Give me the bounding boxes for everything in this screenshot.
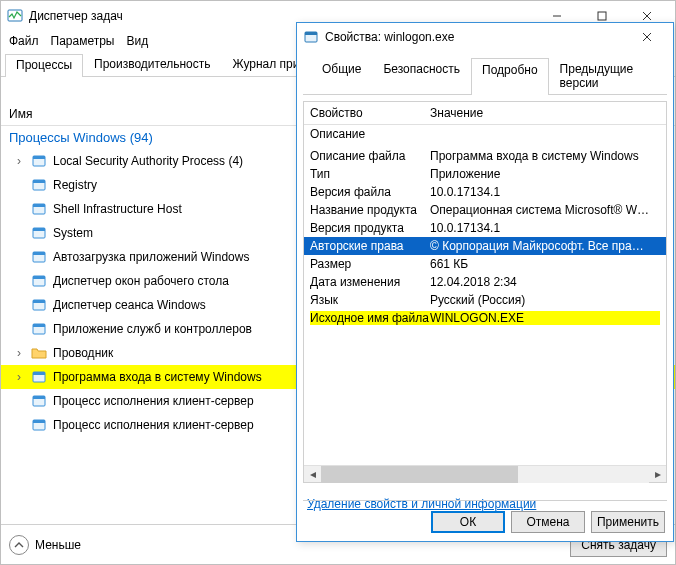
expand-chevron-icon[interactable]: › bbox=[13, 370, 25, 384]
props-tab[interactable]: Предыдущие версии bbox=[549, 57, 659, 94]
property-key: Размер bbox=[310, 257, 430, 271]
property-row[interactable]: Авторские права© Корпорация Майкрософт. … bbox=[304, 237, 666, 255]
property-value: WINLOGON.EXE bbox=[430, 311, 660, 325]
property-row[interactable]: Название продуктаОперационная система Mi… bbox=[304, 201, 666, 219]
property-key: Исходное имя файла bbox=[310, 311, 430, 325]
app-icon bbox=[31, 273, 47, 289]
app-icon bbox=[31, 225, 47, 241]
property-row[interactable]: ТипПриложение bbox=[304, 165, 666, 183]
svg-rect-16 bbox=[33, 276, 45, 279]
horizontal-scrollbar[interactable]: ◂ ▸ bbox=[304, 465, 666, 482]
property-value: Приложение bbox=[430, 167, 660, 181]
expand-chevron-icon[interactable]: › bbox=[13, 154, 25, 168]
property-key: Описание файла bbox=[310, 149, 430, 163]
property-key: Язык bbox=[310, 293, 430, 307]
property-row[interactable]: Версия файла10.0.17134.1 bbox=[304, 183, 666, 201]
app-icon bbox=[31, 201, 47, 217]
app-icon bbox=[31, 153, 47, 169]
property-value: 661 КБ bbox=[430, 257, 660, 271]
property-key: Версия файла bbox=[310, 185, 430, 199]
property-key: Дата изменения bbox=[310, 275, 430, 289]
props-tab[interactable]: Подробно bbox=[471, 58, 549, 95]
process-name: Приложение служб и контроллеров bbox=[53, 322, 252, 336]
fewer-label: Меньше bbox=[35, 538, 81, 552]
process-name: Диспетчер сеанса Windows bbox=[53, 298, 206, 312]
property-value: 10.0.17134.1 bbox=[430, 221, 660, 235]
props-titlebar[interactable]: Свойства: winlogon.exe bbox=[297, 23, 673, 51]
exe-file-icon bbox=[303, 29, 319, 45]
expand-chevron-icon[interactable]: › bbox=[13, 346, 25, 360]
property-key: Название продукта bbox=[310, 203, 430, 217]
property-key: Авторские права bbox=[310, 239, 430, 253]
tm-tab[interactable]: Производительность bbox=[83, 53, 221, 76]
property-row[interactable]: Версия продукта10.0.17134.1 bbox=[304, 219, 666, 237]
tm-title: Диспетчер задач bbox=[29, 9, 534, 23]
svg-rect-20 bbox=[33, 324, 45, 327]
svg-rect-22 bbox=[33, 372, 45, 375]
folder-icon bbox=[31, 345, 47, 361]
svg-rect-18 bbox=[33, 300, 45, 303]
props-details-panel: Свойство Значение Описание Описание файл… bbox=[303, 101, 667, 483]
svg-rect-6 bbox=[33, 156, 45, 159]
props-tab[interactable]: Общие bbox=[311, 57, 372, 94]
fewer-details-button[interactable]: Меньше bbox=[9, 535, 81, 555]
col-value: Значение bbox=[430, 106, 483, 120]
properties-dialog: Свойства: winlogon.exe ОбщиеБезопасность… bbox=[296, 22, 674, 542]
scroll-right-icon[interactable]: ▸ bbox=[649, 466, 666, 483]
app-icon bbox=[31, 177, 47, 193]
svg-rect-14 bbox=[33, 252, 45, 255]
scroll-thumb[interactable] bbox=[321, 466, 518, 483]
property-row[interactable]: Исходное имя файлаWINLOGON.EXE bbox=[304, 309, 666, 327]
property-value: Программа входа в систему Windows bbox=[430, 149, 660, 163]
app-icon bbox=[31, 417, 47, 433]
task-manager-icon bbox=[7, 8, 23, 24]
menu-file[interactable]: Файл bbox=[9, 34, 39, 48]
col-property: Свойство bbox=[310, 106, 430, 120]
chevron-up-icon bbox=[9, 535, 29, 555]
app-icon bbox=[31, 393, 47, 409]
property-key: Тип bbox=[310, 167, 430, 181]
menu-options[interactable]: Параметры bbox=[51, 34, 115, 48]
process-name: Диспетчер окон рабочего стола bbox=[53, 274, 229, 288]
property-value: Операционная система Microsoft® W… bbox=[430, 203, 660, 217]
svg-rect-24 bbox=[33, 396, 45, 399]
svg-rect-8 bbox=[33, 180, 45, 183]
process-name: Проводник bbox=[53, 346, 113, 360]
props-title: Свойства: winlogon.exe bbox=[325, 30, 627, 44]
props-buttons: ОК Отмена Применить bbox=[431, 511, 665, 533]
svg-rect-12 bbox=[33, 228, 45, 231]
app-icon bbox=[31, 369, 47, 385]
svg-rect-26 bbox=[33, 420, 45, 423]
property-value: 10.0.17134.1 bbox=[430, 185, 660, 199]
property-value: © Корпорация Майкрософт. Все пра… bbox=[430, 239, 660, 253]
process-name: Registry bbox=[53, 178, 97, 192]
app-icon bbox=[31, 321, 47, 337]
props-columns[interactable]: Свойство Значение bbox=[304, 102, 666, 125]
app-icon bbox=[31, 249, 47, 265]
process-name: System bbox=[53, 226, 93, 240]
property-row[interactable]: Дата изменения12.04.2018 2:34 bbox=[304, 273, 666, 291]
scroll-track[interactable] bbox=[321, 466, 649, 483]
props-table: Описание Описание файлаПрограмма входа в… bbox=[304, 125, 666, 465]
cancel-button[interactable]: Отмена bbox=[511, 511, 585, 533]
process-name: Shell Infrastructure Host bbox=[53, 202, 182, 216]
props-close-button[interactable] bbox=[627, 23, 667, 51]
process-name: Программа входа в систему Windows bbox=[53, 370, 262, 384]
svg-rect-28 bbox=[305, 32, 317, 35]
property-row[interactable]: Размер661 КБ bbox=[304, 255, 666, 273]
tm-tab[interactable]: Процессы bbox=[5, 54, 83, 77]
property-value: Русский (Россия) bbox=[430, 293, 660, 307]
props-tab[interactable]: Безопасность bbox=[372, 57, 471, 94]
apply-button[interactable]: Применить bbox=[591, 511, 665, 533]
process-name: Процесс исполнения клиент-сервер bbox=[53, 418, 254, 432]
scroll-left-icon[interactable]: ◂ bbox=[304, 466, 321, 483]
property-row[interactable]: Описание файлаПрограмма входа в систему … bbox=[304, 147, 666, 165]
svg-rect-2 bbox=[598, 12, 606, 20]
menu-view[interactable]: Вид bbox=[126, 34, 148, 48]
property-key: Версия продукта bbox=[310, 221, 430, 235]
props-tabs: ОбщиеБезопасностьПодробноПредыдущие верс… bbox=[303, 51, 667, 95]
ok-button[interactable]: ОК bbox=[431, 511, 505, 533]
svg-rect-10 bbox=[33, 204, 45, 207]
column-name: Имя bbox=[9, 107, 32, 121]
property-row[interactable]: ЯзыкРусский (Россия) bbox=[304, 291, 666, 309]
